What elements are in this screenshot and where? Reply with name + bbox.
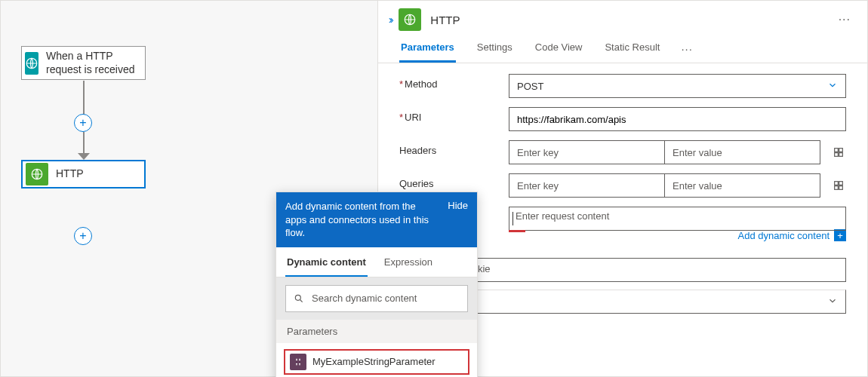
svg-rect-4 <box>839 149 843 152</box>
http-action-node[interactable]: HTTP <box>21 160 146 188</box>
method-value: POST <box>517 81 543 92</box>
add-step-button[interactable]: + <box>74 227 92 245</box>
method-label: *Method <box>399 74 509 90</box>
panel-more-icon[interactable]: ··· <box>836 13 854 26</box>
headers-label: Headers <box>399 140 509 156</box>
tab-settings[interactable]: Settings <box>476 34 514 63</box>
svg-rect-10 <box>839 186 843 190</box>
chevron-down-icon <box>827 296 838 308</box>
http-node-label: HTTP <box>56 167 88 181</box>
popup-description: Add dynamic content from the apps and co… <box>285 200 437 240</box>
headers-key-input[interactable] <box>509 140 665 164</box>
tab-overflow-icon[interactable]: ··· <box>681 42 693 63</box>
svg-rect-8 <box>839 182 843 185</box>
dynamic-content-popup: Add dynamic content from the apps and co… <box>275 192 478 377</box>
headers-value-input[interactable] <box>665 140 820 164</box>
body-input[interactable]: Enter request content <box>509 207 846 231</box>
popup-tabs: Dynamic content Expression <box>276 247 477 277</box>
queries-value-input[interactable] <box>665 173 820 198</box>
popup-section-parameters: Parameters <box>276 320 477 343</box>
tab-code-view[interactable]: Code View <box>534 34 584 63</box>
svg-rect-5 <box>835 153 839 157</box>
method-select[interactable]: POST <box>509 74 846 98</box>
queries-label: Queries <box>399 173 509 189</box>
panel-tabs: Parameters Settings Code View Static Res… <box>378 34 867 63</box>
switch-mode-icon[interactable] <box>831 178 846 193</box>
panel-header: ›› HTTP ··· <box>378 1 867 34</box>
tab-expression[interactable]: Expression <box>383 247 434 277</box>
svg-rect-6 <box>839 153 843 157</box>
http-action-icon <box>399 8 421 31</box>
svg-rect-9 <box>835 186 839 190</box>
tab-static-result[interactable]: Static Result <box>603 34 661 63</box>
uri-input[interactable] <box>509 107 846 131</box>
panel-title: HTTP <box>430 14 835 26</box>
http-action-icon <box>26 163 48 185</box>
popup-hide-button[interactable]: Hide <box>448 200 468 211</box>
popup-header: Add dynamic content from the apps and co… <box>276 192 477 247</box>
dynamic-content-item-label: MyExampleStringParameter <box>312 356 436 367</box>
validation-underline <box>509 230 525 232</box>
chevron-down-icon <box>827 80 838 93</box>
tab-dynamic-content[interactable]: Dynamic content <box>285 247 368 277</box>
parameter-icon <box>290 354 306 370</box>
collapse-panel-icon[interactable]: ›› <box>389 14 392 26</box>
body-placeholder: Enter request content <box>516 210 609 222</box>
request-trigger-icon <box>25 52 38 75</box>
add-step-button[interactable]: + <box>74 114 92 132</box>
switch-mode-icon[interactable] <box>831 145 846 160</box>
add-dynamic-content-plus-icon[interactable]: + <box>834 229 846 241</box>
search-icon <box>294 293 304 304</box>
queries-key-input[interactable] <box>509 173 665 198</box>
dynamic-content-item[interactable]: MyExampleStringParameter <box>284 349 469 375</box>
search-placeholder: Search dynamic content <box>312 293 417 304</box>
connector-line <box>83 81 85 115</box>
svg-point-11 <box>295 295 300 300</box>
trigger-node-label: When a HTTP request is received <box>46 50 145 76</box>
add-dynamic-content-link[interactable]: Add dynamic content <box>738 230 830 241</box>
dynamic-content-search[interactable]: Search dynamic content <box>285 285 468 312</box>
connector-arrow <box>78 153 90 160</box>
trigger-node[interactable]: When a HTTP request is received <box>21 46 146 80</box>
svg-rect-3 <box>835 149 839 152</box>
svg-rect-7 <box>835 182 839 185</box>
uri-label: *URI <box>399 107 509 123</box>
tab-parameters[interactable]: Parameters <box>399 34 456 63</box>
